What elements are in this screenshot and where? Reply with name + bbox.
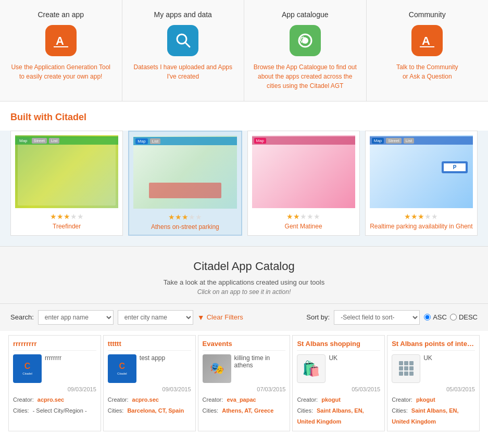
app-catalogue-desc: Browse the App Catalogue to find out abo… <box>252 62 358 91</box>
app-store-icon: A <box>52 31 70 50</box>
thumb-athens[interactable]: Map List ★★★★★ Athens on-street parking <box>128 131 242 236</box>
desc-label: DESC <box>459 313 478 321</box>
app-card-3[interactable]: St Albans shopping 🛍️ UK 05/03/2015 Crea… <box>292 335 385 432</box>
community-desc1[interactable]: Talk to the Community <box>374 62 481 72</box>
app-card-2-date: 07/03/2015 <box>203 386 286 392</box>
thumb-gent[interactable]: Map ★★★★★ Gent Matinee <box>247 131 360 236</box>
desc-radio[interactable] <box>450 314 457 321</box>
lens-icon <box>173 31 192 50</box>
app-catalogue-icon: ⚙ <box>290 25 321 56</box>
app-card-1-date: 09/03/2015 <box>108 386 191 392</box>
my-apps-title: My apps and data <box>130 10 236 19</box>
app-card-4-meta: Creator: pkogut Cities: Saint Albans, EN… <box>392 394 475 427</box>
clear-filters-label: Clear Filters <box>207 313 243 321</box>
app-card-1-desc: test appp <box>140 354 191 362</box>
catalog-section: Citadel App Catalog Take a look at the a… <box>0 246 488 303</box>
svg-line-3 <box>185 43 190 47</box>
app-name-select[interactable]: enter app name <box>38 310 114 325</box>
app-card-4[interactable]: St Albans points of inter... UK 05/03/20… <box>387 335 480 432</box>
thumb-athens-title: Athens on-street parking <box>133 223 236 231</box>
search-bar: Search: enter app name enter city name ▼… <box>0 303 488 331</box>
asc-radio-label[interactable]: ASC <box>424 313 447 321</box>
app-card-3-creator-label: Creator: <box>297 396 318 403</box>
gear-icon: ⚙ <box>296 31 315 50</box>
app-card-4-title: St Albans points of inter... <box>392 340 475 351</box>
svg-text:A: A <box>56 34 64 47</box>
app-card-1-meta: Creator: acpro.sec Cities: Barcelona, CT… <box>108 394 191 416</box>
catalog-title: Citadel App Catalog <box>10 260 478 273</box>
app-card-1-cities[interactable]: Barcelona, CT, Spain <box>127 407 184 414</box>
app-card-0-creator-link[interactable]: acpro.sec <box>37 396 64 403</box>
create-app-title: Create an app <box>8 10 114 19</box>
app-card-0[interactable]: rrrrrrrrr C Citadel rrrrrrrr 09/03/2015 … <box>8 335 101 432</box>
built-section-title: Built with Citadel <box>10 112 478 123</box>
thumb-ghent-parking[interactable]: Map Street List P ★★★★★ Realtime parking… <box>365 131 478 236</box>
app-card-0-cities-label: Cities: <box>13 407 29 414</box>
thumb-gent-img: Map <box>252 135 355 208</box>
built-section: Built with Citadel <box>0 101 488 123</box>
thumb-ghent-stars: ★★★★★ <box>370 212 473 221</box>
thumb-treefinder-stars: ★★★★★ <box>15 212 118 221</box>
app-card-0-cities: - Select City/Region - <box>33 407 87 414</box>
app-card-2-cities[interactable]: Athens, AT, Greece <box>222 407 273 414</box>
sort-by-label: Sort by: <box>306 313 330 321</box>
svg-text:⚙: ⚙ <box>299 35 307 45</box>
community-desc2[interactable]: or Ask a Question <box>374 72 481 81</box>
app-card-2-creator-label: Creator: <box>203 396 223 403</box>
thumb-gent-stars: ★★★★★ <box>252 212 355 221</box>
create-app-card[interactable]: Create an app A Use the Application Gene… <box>0 0 122 101</box>
thumb-gent-title: Gent Matinee <box>252 223 355 230</box>
app-card-2-cities-label: Cities: <box>203 407 219 414</box>
my-apps-card[interactable]: My apps and data Datasets I have uploade… <box>122 0 245 101</box>
app-card-4-creator-link[interactable]: pkogut <box>416 396 435 403</box>
app-catalogue-card[interactable]: App catalogue ⚙ Browse the App Catalogue… <box>244 0 367 101</box>
thumb-athens-img: Map List <box>133 136 236 209</box>
app-card-4-uk: United Kingdom <box>392 418 436 425</box>
desc-radio-label[interactable]: DESC <box>450 313 478 321</box>
radio-group: ASC DESC <box>424 313 478 321</box>
app-card-3-creator-link[interactable]: pkogut <box>321 396 341 403</box>
app-card-3-uk: United Kingdom <box>297 418 341 425</box>
app-card-2-creator-link[interactable]: eva_papac <box>227 396 256 403</box>
app-card-3-title: St Albans shopping <box>297 340 380 351</box>
app-card-1-creator-link[interactable]: acpro.sec <box>132 396 159 403</box>
app-card-0-title: rrrrrrrrr <box>13 340 96 351</box>
app-card-3-desc: UK <box>329 354 380 362</box>
sort-by-select[interactable]: -Select field to sort- <box>334 310 420 325</box>
app-card-0-creator-label: Creator: <box>13 396 34 403</box>
city-name-select[interactable]: enter city name <box>118 310 193 325</box>
app-card-0-meta: Creator: acpro.sec Cities: - Select City… <box>13 394 96 416</box>
app-card-2-icon: 🎭 <box>203 354 231 383</box>
asc-radio[interactable] <box>424 314 431 321</box>
create-app-desc: Use the Application Generation Tool to e… <box>8 62 114 81</box>
app-card-2[interactable]: Evavents 🎭 killing time in athens 07/03/… <box>198 335 291 432</box>
svg-text:A: A <box>422 34 430 47</box>
create-app-icon: A <box>45 25 77 56</box>
app-card-4-date: 05/03/2015 <box>392 386 475 392</box>
filter-icon: ▼ <box>197 313 205 322</box>
thumb-treefinder-img: Map Street List <box>15 135 118 208</box>
app-card-2-desc: killing time in athens <box>234 354 286 369</box>
my-apps-icon <box>167 25 198 56</box>
app-card-3-date: 05/03/2015 <box>297 386 380 392</box>
thumb-athens-stars: ★★★★★ <box>133 213 236 221</box>
thumb-treefinder[interactable]: Map Street List ★★★★★ Treefinder <box>10 131 123 236</box>
app-card-0-date: 09/03/2015 <box>13 386 96 392</box>
app-card-0-desc: rrrrrrrr <box>45 354 96 362</box>
my-apps-desc: Datasets I have uploaded and Apps I've c… <box>130 62 236 81</box>
app-card-3-cities-label: Cities: <box>297 407 313 414</box>
asc-label: ASC <box>433 313 447 321</box>
app-card-1[interactable]: tttttt C Citadel test appp 09/03/2015 Cr… <box>103 335 196 432</box>
community-card[interactable]: Community A Talk to the Community or Ask… <box>367 0 489 101</box>
app-card-1-cities-label: Cities: <box>108 407 124 414</box>
app-card-4-creator-label: Creator: <box>392 396 412 403</box>
app-card-3-meta: Creator: pkogut Cities: Saint Albans, EN… <box>297 394 380 427</box>
app-thumbs-container: Map Street List ★★★★★ Treefinder Map Lis… <box>0 131 488 246</box>
app-card-2-meta: Creator: eva_papac Cities: Athens, AT, G… <box>203 394 286 416</box>
community-title: Community <box>374 10 481 19</box>
community-app-icon: A <box>418 31 436 50</box>
clear-filters-button[interactable]: ▼ Clear Filters <box>197 313 243 322</box>
app-card-1-creator-label: Creator: <box>108 396 129 403</box>
top-cards-section: Create an app A Use the Application Gene… <box>0 0 488 101</box>
app-card-4-cities-label: Cities: <box>392 407 408 414</box>
